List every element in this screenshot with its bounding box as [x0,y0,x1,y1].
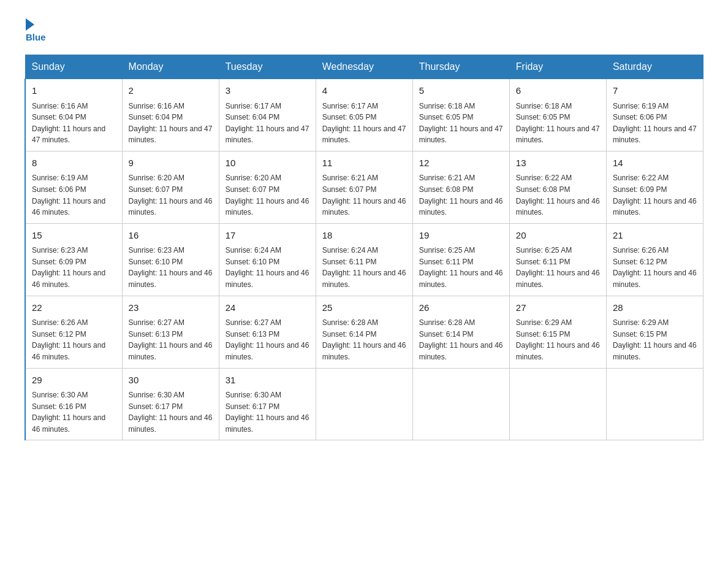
calendar-cell [509,368,606,440]
day-info: Sunrise: 6:29 AMSunset: 6:15 PMDaylight:… [516,317,600,362]
day-number: 25 [322,301,406,315]
calendar-week-row: 15Sunrise: 6:23 AMSunset: 6:09 PMDayligh… [25,223,703,296]
day-number: 1 [32,84,116,98]
day-info: Sunrise: 6:25 AMSunset: 6:11 PMDaylight:… [419,245,503,290]
calendar-cell: 26Sunrise: 6:28 AMSunset: 6:14 PMDayligh… [412,296,509,368]
day-number: 14 [613,156,697,170]
day-number: 9 [129,156,213,170]
calendar-cell: 12Sunrise: 6:21 AMSunset: 6:08 PMDayligh… [412,151,509,223]
weekday-header-saturday: Saturday [606,55,703,79]
calendar-cell: 4Sunrise: 6:17 AMSunset: 6:05 PMDaylight… [316,79,412,151]
calendar-cell: 29Sunrise: 6:30 AMSunset: 6:16 PMDayligh… [25,368,122,440]
day-info: Sunrise: 6:28 AMSunset: 6:14 PMDaylight:… [322,317,406,362]
calendar-cell: 7Sunrise: 6:19 AMSunset: 6:06 PMDaylight… [606,79,703,151]
calendar-cell: 11Sunrise: 6:21 AMSunset: 6:07 PMDayligh… [316,151,412,223]
calendar-header: SundayMondayTuesdayWednesdayThursdayFrid… [25,55,703,79]
calendar-week-row: 8Sunrise: 6:19 AMSunset: 6:06 PMDaylight… [25,151,703,223]
calendar-cell [316,368,412,440]
calendar-cell: 9Sunrise: 6:20 AMSunset: 6:07 PMDaylight… [122,151,219,223]
logo-area: Blue [25,18,46,42]
weekday-header-sunday: Sunday [25,55,122,79]
day-number: 30 [129,373,213,388]
calendar-cell [606,368,703,440]
calendar-cell: 6Sunrise: 6:18 AMSunset: 6:05 PMDaylight… [509,79,606,151]
day-number: 8 [32,156,116,170]
day-number: 31 [226,373,309,388]
calendar-cell: 20Sunrise: 6:25 AMSunset: 6:11 PMDayligh… [509,223,606,296]
day-number: 4 [322,84,406,98]
day-info: Sunrise: 6:22 AMSunset: 6:09 PMDaylight:… [613,172,697,218]
calendar-cell: 30Sunrise: 6:30 AMSunset: 6:17 PMDayligh… [122,368,219,440]
calendar-cell: 25Sunrise: 6:28 AMSunset: 6:14 PMDayligh… [316,296,412,368]
calendar-cell: 16Sunrise: 6:23 AMSunset: 6:10 PMDayligh… [122,223,219,296]
day-info: Sunrise: 6:17 AMSunset: 6:04 PMDaylight:… [226,101,309,146]
weekday-header-friday: Friday [509,55,606,79]
weekday-header-wednesday: Wednesday [316,55,412,79]
calendar-cell: 8Sunrise: 6:19 AMSunset: 6:06 PMDaylight… [25,151,122,223]
day-info: Sunrise: 6:17 AMSunset: 6:05 PMDaylight:… [322,101,406,146]
calendar-cell: 18Sunrise: 6:24 AMSunset: 6:11 PMDayligh… [316,223,412,296]
day-number: 21 [613,229,697,243]
day-info: Sunrise: 6:16 AMSunset: 6:04 PMDaylight:… [129,101,213,146]
calendar-cell: 1Sunrise: 6:16 AMSunset: 6:04 PMDaylight… [25,79,122,151]
weekday-header-tuesday: Tuesday [219,55,316,79]
day-info: Sunrise: 6:25 AMSunset: 6:11 PMDaylight:… [516,245,600,290]
day-info: Sunrise: 6:20 AMSunset: 6:07 PMDaylight:… [129,172,213,218]
day-number: 17 [226,229,309,243]
day-number: 19 [419,229,503,243]
day-number: 7 [613,84,697,98]
day-info: Sunrise: 6:24 AMSunset: 6:10 PMDaylight:… [226,245,309,290]
day-info: Sunrise: 6:24 AMSunset: 6:11 PMDaylight:… [322,245,406,290]
weekday-header-thursday: Thursday [412,55,509,79]
calendar-cell: 3Sunrise: 6:17 AMSunset: 6:04 PMDaylight… [219,79,316,151]
day-info: Sunrise: 6:29 AMSunset: 6:15 PMDaylight:… [613,317,697,362]
day-info: Sunrise: 6:19 AMSunset: 6:06 PMDaylight:… [613,101,697,146]
calendar-table: SundayMondayTuesdayWednesdayThursdayFrid… [25,55,703,440]
calendar-cell: 15Sunrise: 6:23 AMSunset: 6:09 PMDayligh… [25,223,122,296]
day-number: 26 [419,301,503,315]
logo-subtitle: Blue [26,32,46,42]
day-number: 3 [226,84,309,98]
day-number: 5 [419,84,503,98]
calendar-week-row: 22Sunrise: 6:26 AMSunset: 6:12 PMDayligh… [25,296,703,368]
day-info: Sunrise: 6:30 AMSunset: 6:17 PMDaylight:… [226,389,309,435]
weekday-header-monday: Monday [122,55,219,79]
calendar-cell: 13Sunrise: 6:22 AMSunset: 6:08 PMDayligh… [509,151,606,223]
day-number: 28 [613,301,697,315]
day-number: 16 [129,229,213,243]
logo [25,18,36,31]
day-info: Sunrise: 6:28 AMSunset: 6:14 PMDaylight:… [419,317,503,362]
day-number: 13 [516,156,600,170]
calendar-cell: 27Sunrise: 6:29 AMSunset: 6:15 PMDayligh… [509,296,606,368]
day-number: 10 [226,156,309,170]
day-info: Sunrise: 6:20 AMSunset: 6:07 PMDaylight:… [226,172,309,218]
day-info: Sunrise: 6:22 AMSunset: 6:08 PMDaylight:… [516,172,600,218]
page-header: Blue [25,18,703,42]
day-info: Sunrise: 6:26 AMSunset: 6:12 PMDaylight:… [613,245,697,290]
calendar-cell: 22Sunrise: 6:26 AMSunset: 6:12 PMDayligh… [25,296,122,368]
weekday-header-row: SundayMondayTuesdayWednesdayThursdayFrid… [25,55,703,79]
day-info: Sunrise: 6:18 AMSunset: 6:05 PMDaylight:… [516,101,600,146]
day-info: Sunrise: 6:30 AMSunset: 6:17 PMDaylight:… [129,389,213,435]
day-number: 23 [129,301,213,315]
calendar-cell: 31Sunrise: 6:30 AMSunset: 6:17 PMDayligh… [219,368,316,440]
calendar-cell: 10Sunrise: 6:20 AMSunset: 6:07 PMDayligh… [219,151,316,223]
calendar-cell: 5Sunrise: 6:18 AMSunset: 6:05 PMDaylight… [412,79,509,151]
day-number: 11 [322,156,406,170]
day-info: Sunrise: 6:26 AMSunset: 6:12 PMDaylight:… [32,317,116,362]
day-info: Sunrise: 6:27 AMSunset: 6:13 PMDaylight:… [226,317,309,362]
day-number: 22 [32,301,116,315]
day-number: 18 [322,229,406,243]
day-info: Sunrise: 6:21 AMSunset: 6:07 PMDaylight:… [322,172,406,218]
calendar-cell: 21Sunrise: 6:26 AMSunset: 6:12 PMDayligh… [606,223,703,296]
day-number: 29 [32,373,116,388]
day-info: Sunrise: 6:16 AMSunset: 6:04 PMDaylight:… [32,101,116,146]
calendar-week-row: 29Sunrise: 6:30 AMSunset: 6:16 PMDayligh… [25,368,703,440]
calendar-body: 1Sunrise: 6:16 AMSunset: 6:04 PMDaylight… [25,79,703,440]
calendar-cell: 23Sunrise: 6:27 AMSunset: 6:13 PMDayligh… [122,296,219,368]
day-number: 12 [419,156,503,170]
day-number: 2 [129,84,213,98]
logo-triangle-icon [26,18,34,31]
calendar-cell: 28Sunrise: 6:29 AMSunset: 6:15 PMDayligh… [606,296,703,368]
calendar-cell: 24Sunrise: 6:27 AMSunset: 6:13 PMDayligh… [219,296,316,368]
